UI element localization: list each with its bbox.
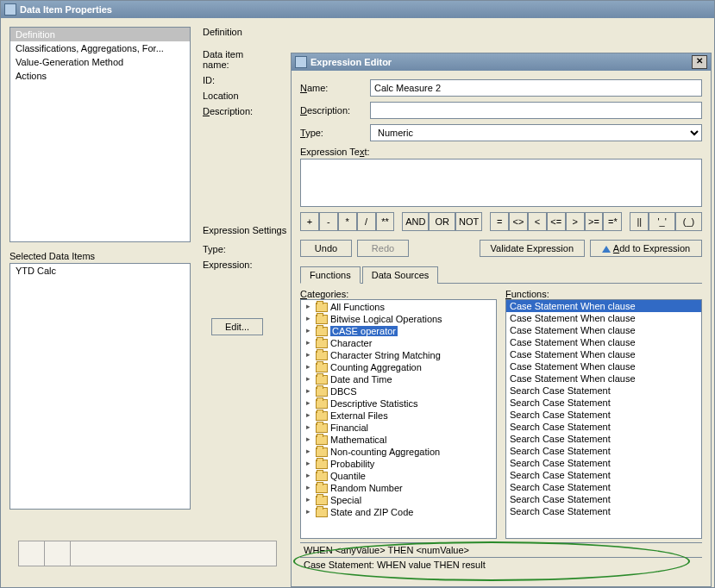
description-editor-label: Description: [300,105,365,116]
category-item[interactable]: DBCS [302,385,495,397]
expand-icon[interactable] [304,484,313,493]
op-mul[interactable]: * [338,212,357,231]
functions-list[interactable]: Case Statement When clauseCase Statement… [505,299,702,539]
function-item[interactable]: Search Case Statement [506,433,701,445]
close-icon[interactable]: ✕ [692,55,707,69]
op-le[interactable]: <= [547,212,566,231]
expression-text-label: Expression Text: [300,147,702,157]
op-plus[interactable]: + [300,212,319,231]
expand-icon[interactable] [304,351,313,360]
function-item[interactable]: Case Statement When clause [506,324,701,336]
op-ge[interactable]: >= [585,212,604,231]
category-item[interactable]: Non-counting Aggregation [302,446,495,458]
expand-icon[interactable] [304,508,313,517]
categories-tree[interactable]: All FunctionsBitwise Logical OperationsC… [300,299,497,539]
nav-actions[interactable]: Actions [10,69,190,83]
function-item[interactable]: Search Case Statement [506,493,701,505]
function-item[interactable]: Case Statement When clause [506,360,701,372]
category-label: Mathematical [330,435,386,445]
type-select[interactable]: Numeric [370,124,702,141]
category-item[interactable]: Character String Matching [302,349,495,361]
category-label: Random Number [330,483,403,493]
expand-icon[interactable] [304,411,313,421]
description-input[interactable] [370,102,702,119]
category-item[interactable]: Counting Aggregation [302,361,495,373]
category-label: Bitwise Logical Operations [330,314,442,324]
selected-data-items[interactable]: YTD Calc [9,263,191,510]
expand-icon[interactable] [304,435,313,445]
op-concat[interactable]: || [630,212,649,231]
expand-icon[interactable] [304,460,313,469]
expand-icon[interactable] [304,339,313,348]
op-and[interactable]: AND [402,212,429,231]
op-strlit[interactable]: '_' [649,212,675,231]
function-item[interactable]: Search Case Statement [506,409,701,421]
function-item[interactable]: Case Statement When clause [506,348,701,360]
op-or[interactable]: OR [429,212,455,231]
folder-icon [316,411,328,421]
category-item[interactable]: Random Number [302,482,495,494]
redo-button[interactable]: Redo [357,240,409,257]
category-item[interactable]: Descriptive Statistics [302,397,495,410]
category-item[interactable]: All Functions [302,301,495,313]
category-item[interactable]: Character [302,337,495,349]
op-div[interactable]: / [357,212,376,231]
function-item[interactable]: Search Case Statement [506,469,701,481]
validate-button[interactable]: Validate Expression [480,240,585,257]
undo-button[interactable]: Undo [300,240,352,257]
expand-icon[interactable] [304,315,313,324]
category-item[interactable]: Bitwise Logical Operations [302,313,495,325]
tab-functions[interactable]: Functions [300,266,361,284]
name-input[interactable] [370,79,702,97]
expand-icon[interactable] [304,327,313,336]
category-item[interactable]: External Files [302,410,495,422]
syntax-hint: WHEN <anyValue> THEN <numValue> [300,542,702,557]
function-item[interactable]: Search Case Statement [506,397,701,409]
expand-icon[interactable] [304,387,313,397]
category-item[interactable]: Mathematical [302,434,495,446]
expand-icon[interactable] [304,472,313,481]
nav-value-generation[interactable]: Value-Generation Method [10,55,190,69]
expand-icon[interactable] [304,496,313,505]
function-item[interactable]: Search Case Statement [506,505,701,517]
category-item[interactable]: Date and Time [302,373,495,385]
category-item[interactable]: Special [302,494,495,506]
expression-textarea[interactable] [300,159,702,207]
expand-icon[interactable] [304,447,313,457]
function-item[interactable]: Search Case Statement [506,385,701,397]
function-item[interactable]: Search Case Statement [506,457,701,469]
expand-icon[interactable] [304,399,313,409]
function-item[interactable]: Case Statement When clause [506,300,701,312]
function-item[interactable]: Case Statement When clause [506,312,701,324]
add-to-expression-button[interactable]: Add to Expression [590,240,702,257]
expand-icon[interactable] [304,375,313,385]
op-not[interactable]: NOT [455,212,482,231]
op-pow[interactable]: ** [376,212,395,231]
category-label: Special [330,495,361,505]
function-item[interactable]: Search Case Statement [506,421,701,433]
op-minus[interactable]: - [319,212,338,231]
op-eq[interactable]: = [490,212,509,231]
function-item[interactable]: Search Case Statement [506,445,701,457]
selected-item-row[interactable]: YTD Calc [10,264,190,278]
tab-data-sources[interactable]: Data Sources [362,266,439,284]
category-item[interactable]: Financial [302,422,495,434]
op-gt[interactable]: > [566,212,585,231]
category-item[interactable]: CASE operator [302,325,495,337]
nav-classifications[interactable]: Classifications, Aggregations, For... [10,41,190,55]
function-item[interactable]: Case Statement When clause [506,372,701,385]
function-item[interactable]: Search Case Statement [506,481,701,493]
category-item[interactable]: State and ZIP Code [302,506,495,518]
expand-icon[interactable] [304,423,313,433]
expand-icon[interactable] [304,363,313,372]
expand-icon[interactable] [304,303,313,312]
op-lt[interactable]: < [528,212,547,231]
op-eqstar[interactable]: =* [603,212,622,231]
op-paren[interactable]: (_) [675,212,702,231]
op-neq[interactable]: <> [509,212,528,231]
function-item[interactable]: Case Statement When clause [506,336,701,348]
category-item[interactable]: Quantile [302,470,495,482]
edit-button[interactable]: Edit... [211,318,263,335]
nav-definition[interactable]: Definition [10,28,190,41]
category-item[interactable]: Probability [302,458,495,470]
